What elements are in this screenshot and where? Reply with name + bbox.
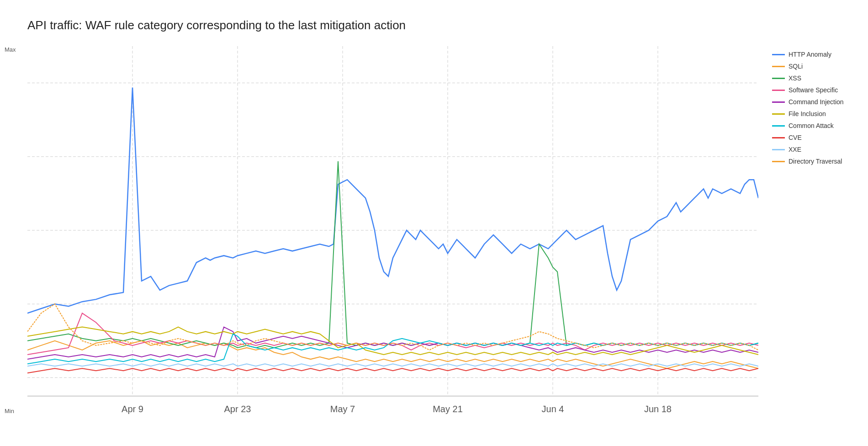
legend-color-sqli — [772, 66, 785, 67]
http-anomaly-line — [27, 88, 758, 313]
legend-item-software-specific: Software Specific — [772, 86, 859, 94]
cve-line — [27, 368, 758, 373]
legend-color-software-specific — [772, 90, 785, 91]
legend-item-http-anomaly: HTTP Anomaly — [772, 51, 859, 58]
y-min-label: Min — [5, 408, 16, 414]
chart-title: API traffic: WAF rule category correspon… — [27, 18, 859, 32]
common-attack-line — [27, 334, 758, 364]
legend-item-file-inclusion: File Inclusion — [772, 110, 859, 117]
svg-text:May 21: May 21 — [433, 404, 463, 414]
legend-label-software-specific: Software Specific — [789, 86, 838, 94]
legend-label-directory-traversal: Directory Traversal — [789, 158, 842, 165]
legend-color-cve — [772, 137, 785, 138]
legend-color-xxe — [772, 149, 785, 150]
svg-text:Apr 9: Apr 9 — [122, 404, 143, 414]
legend-label-http-anomaly: HTTP Anomaly — [789, 51, 831, 58]
legend-color-directory-traversal — [772, 161, 785, 162]
software-specific-line — [27, 313, 758, 355]
svg-text:Jun 4: Jun 4 — [542, 404, 564, 414]
legend-label-sqli: SQLi — [789, 63, 803, 70]
legend-color-xss — [772, 78, 785, 79]
chart-area: Max Min .grid-line { stroke: #ccc; strok… — [27, 46, 859, 414]
legend-item-command-injection: Command Injection — [772, 98, 859, 106]
legend-item-cve: CVE — [772, 134, 859, 141]
chart-plot: Max Min .grid-line { stroke: #ccc; strok… — [27, 46, 758, 414]
svg-text:May 7: May 7 — [330, 404, 355, 414]
legend-item-xss: XSS — [772, 74, 859, 82]
legend-item-directory-traversal: Directory Traversal — [772, 158, 859, 165]
chart-legend: HTTP Anomaly SQLi XSS Software Specific … — [758, 46, 859, 414]
legend-item-sqli: SQLi — [772, 63, 859, 70]
legend-color-file-inclusion — [772, 113, 785, 115]
legend-label-command-injection: Command Injection — [789, 98, 844, 106]
legend-label-common-attack: Common Attack — [789, 122, 834, 129]
main-chart-svg: .grid-line { stroke: #ccc; stroke-width:… — [27, 46, 758, 414]
y-max-label: Max — [5, 46, 16, 53]
chart-container: API traffic: WAF rule category correspon… — [0, 0, 868, 446]
legend-item-xxe: XXE — [772, 146, 859, 153]
legend-color-command-injection — [772, 101, 785, 103]
svg-text:Apr 23: Apr 23 — [224, 404, 251, 414]
svg-text:Jun 18: Jun 18 — [644, 404, 672, 414]
legend-color-http-anomaly — [772, 54, 785, 55]
legend-label-xss: XSS — [789, 74, 801, 82]
legend-label-cve: CVE — [789, 134, 802, 141]
legend-label-file-inclusion: File Inclusion — [789, 110, 826, 117]
legend-label-xxe: XXE — [789, 146, 801, 153]
y-axis-labels: Max Min — [5, 46, 16, 414]
legend-item-common-attack: Common Attack — [772, 122, 859, 129]
legend-color-common-attack — [772, 125, 785, 127]
